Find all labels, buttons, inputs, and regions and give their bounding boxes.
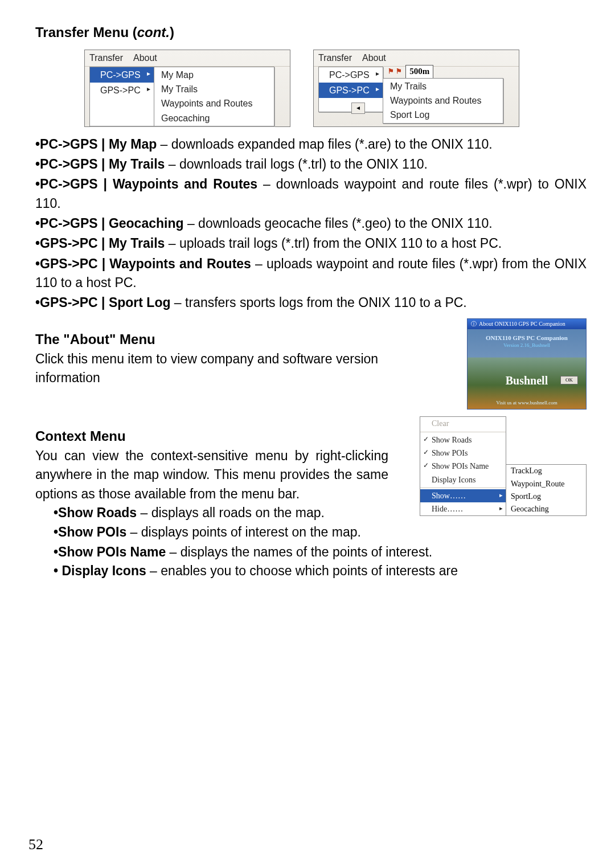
bullet-lead: Show Roads (58, 505, 137, 520)
map-toolbar: ⚑ ⚑ 500m (388, 66, 518, 77)
chevron-right-icon: ▸ (147, 84, 150, 94)
ctx-show-pois-name[interactable]: Show POIs Name (420, 460, 506, 473)
ctx-geocaching[interactable]: Geocaching (506, 503, 586, 515)
context-bullet-last: Display Icons – enables you to choose wh… (54, 562, 587, 580)
desc-text: – transfers sports logs from the ONIX 11… (170, 295, 466, 310)
scale-box: 500m (405, 65, 433, 79)
desc-lead: GPS->PC | Sport Log (40, 295, 170, 310)
context-bullets: Show Roads – displays all roads on the m… (54, 503, 409, 542)
menu-about[interactable]: About (362, 51, 386, 64)
ctx-waypoint-route[interactable]: Waypoint_Route (506, 478, 586, 490)
desc-text: – uploads trail logs (*.trl) from the ON… (165, 236, 502, 251)
submenu-col2: My Map My Trails Waypoints and Routes Ge… (154, 67, 274, 126)
title-italic: cont. (137, 24, 170, 40)
ctx-show-pois[interactable]: Show POIs (420, 447, 506, 460)
context-menu-screenshot: Clear Show Roads Show POIs Show POIs Nam… (420, 413, 587, 516)
back-button[interactable]: ◂ (351, 103, 365, 114)
submenu-col1: PC->GPS▸ GPS->PC▸ (89, 67, 154, 126)
chevron-right-icon: ▸ (147, 69, 150, 79)
bullet-text: – enables you to choose which points of … (146, 563, 458, 578)
separator (420, 488, 506, 488)
bullet-lead: Display Icons (62, 563, 146, 578)
desc-lead: GPS->PC | My Trails (40, 236, 165, 251)
ctx-tracklog[interactable]: TrackLog (506, 465, 586, 477)
menubar: Transfer About (85, 50, 290, 67)
ok-button[interactable]: OK (560, 376, 578, 384)
menuitem-pc-gps[interactable]: PC->GPS▸ (319, 67, 383, 83)
about-text: Click this menu item to view company and… (35, 350, 388, 388)
menubar: Transfer About (314, 50, 519, 67)
ctx-show-roads[interactable]: Show Roads (420, 433, 506, 447)
menuitem-waypoints-routes[interactable]: Waypoints and Routes (383, 93, 503, 108)
context-submenu: TrackLog Waypoint_Route SportLog Geocach… (506, 464, 587, 516)
page-title: Transfer Menu (cont.) (35, 23, 587, 43)
title-suffix: ) (170, 24, 174, 40)
submenu-col2: My Trails Waypoints and Routes Sport Log (383, 78, 503, 124)
desc-text: – downloads geocache files (*.geo) to th… (184, 216, 493, 231)
chevron-right-icon: ▸ (376, 69, 379, 79)
ctx-sportlog[interactable]: SportLog (506, 490, 586, 503)
menuitem-waypoints-routes[interactable]: Waypoints and Routes (154, 96, 274, 110)
context-bullets-cont: Show POIs Name – displays the names of t… (54, 543, 587, 562)
menuitem-gps-pc[interactable]: GPS->PC▸ (319, 83, 383, 98)
menuitem-geocaching[interactable]: Geocaching (154, 111, 274, 125)
separator (420, 432, 506, 432)
desc-lead: PC->GPS | Geocaching (40, 216, 183, 231)
desc-text: – downloads trail logs (*.trl) to the ON… (165, 157, 428, 171)
title-prefix: Transfer Menu ( (35, 24, 137, 40)
info-icon: ⓘ (471, 320, 477, 329)
bullet-text: – displays all roads on the map. (137, 505, 325, 520)
menuitem-gps-pc[interactable]: GPS->PC▸ (90, 83, 154, 98)
context-menu: Clear Show Roads Show POIs Show POIs Nam… (420, 416, 506, 516)
about-version: Version 2.16_Bushnell (468, 342, 586, 349)
menuitem-my-trails[interactable]: My Trails (383, 79, 503, 93)
context-text: You can view the context-sensitive menu … (35, 447, 388, 503)
chevron-right-icon: ▸ (499, 504, 503, 513)
menu-gps-to-pc: Transfer About ⚑ ⚑ 500m PC->GPS▸ GPS->PC… (313, 50, 519, 127)
menuitem-my-trails[interactable]: My Trails (154, 82, 274, 96)
page-number: 52 (28, 834, 43, 855)
bullet-text: – displays points of interest on the map… (126, 525, 361, 539)
desc-text: – downloads expanded map files (*.are) t… (157, 137, 492, 152)
desc-lead: PC->GPS | My Map (40, 137, 157, 152)
menu-pc-to-gps: Transfer About PC->GPS▸ GPS->PC▸ My Map … (84, 50, 290, 127)
bullet-lead: Show POIs Name (58, 544, 166, 559)
ctx-hide[interactable]: Hide……▸ (420, 502, 506, 515)
about-url: Visit us at www.bushnell.com (468, 399, 586, 407)
menuitem-sport-log[interactable]: Sport Log (383, 108, 503, 122)
desc-lead: PC->GPS | My Trails (40, 157, 165, 171)
flag-icon: ⚑ ⚑ (388, 67, 402, 76)
menuitem-pc-gps[interactable]: PC->GPS▸ (90, 67, 154, 83)
ctx-show[interactable]: Show……▸ (420, 489, 506, 502)
menu-about[interactable]: About (133, 51, 157, 64)
submenu-col1: PC->GPS▸ GPS->PC▸ (318, 67, 383, 112)
bullet-lead: Show POIs (58, 525, 126, 539)
transfer-descriptions: PC->GPS | My Map – downloads expanded ma… (35, 135, 587, 313)
bullet-text: – displays the names of the points of in… (166, 544, 432, 559)
desc-lead: PC->GPS | Waypoints and Routes (40, 177, 257, 191)
context-heading: Context Menu (35, 427, 409, 447)
menu-transfer[interactable]: Transfer (89, 51, 123, 64)
menuitem-my-map[interactable]: My Map (154, 68, 274, 82)
chevron-right-icon: ▸ (499, 491, 503, 500)
ctx-display-icons[interactable]: Display Icons (420, 473, 506, 486)
desc-lead: GPS->PC | Waypoints and Routes (40, 256, 251, 271)
dialog-titlebar: ⓘ About ONIX110 GPS PC Companion (468, 319, 586, 330)
about-dialog: ⓘ About ONIX110 GPS PC Companion ONIX110… (467, 318, 587, 410)
chevron-right-icon: ▸ (376, 84, 379, 94)
ctx-clear: Clear (420, 417, 506, 430)
about-heading: The "About" Menu (35, 330, 457, 350)
menu-transfer[interactable]: Transfer (318, 51, 352, 64)
menu-screenshots: Transfer About PC->GPS▸ GPS->PC▸ My Map … (17, 50, 587, 127)
dialog-title: About ONIX110 GPS PC Companion (479, 320, 565, 329)
